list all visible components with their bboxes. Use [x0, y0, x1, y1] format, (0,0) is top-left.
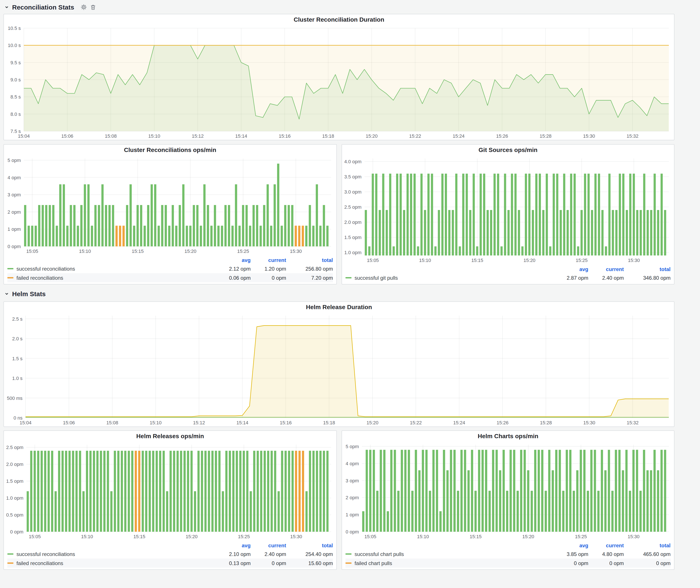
legend-row-failed-reconciliations: failed reconciliations 0.06 opm 0 opm 7.…	[7, 273, 333, 282]
svg-text:1.5 opm: 1.5 opm	[344, 235, 362, 240]
stat-avg: 0.13 opm	[217, 560, 251, 566]
legend-series-label[interactable]: successful git pulls	[345, 275, 555, 281]
stat-current: 4.80 opm	[588, 551, 624, 557]
svg-text:0 opm: 0 opm	[346, 529, 359, 535]
svg-text:15:05: 15:05	[29, 534, 41, 539]
svg-text:15:26: 15:26	[497, 420, 508, 425]
svg-text:2.0 opm: 2.0 opm	[6, 462, 24, 467]
panel-title-helm-releases-opm[interactable]: Helm Releases ops/min	[4, 431, 336, 441]
svg-text:15:15: 15:15	[132, 249, 144, 254]
svg-text:15:28: 15:28	[540, 420, 552, 425]
chart-helm-releases-opm[interactable]: 0 opm0.5 opm1.0 opm1.5 opm2.0 opm2.5 opm…	[4, 441, 336, 540]
svg-text:2.5 opm: 2.5 opm	[344, 204, 362, 210]
legend-col-avg[interactable]: avg	[217, 257, 251, 263]
chart-git-sources-opm[interactable]: 1.0 opm1.5 opm2.0 opm2.5 opm3.0 opm3.5 o…	[342, 155, 674, 264]
svg-text:15:20: 15:20	[524, 258, 535, 263]
legend-row-successful-reconciliations: successful reconciliations 2.10 opm 2.40…	[7, 549, 333, 559]
gear-icon[interactable]	[81, 4, 87, 10]
series-swatch	[345, 562, 352, 564]
stat-total: 15.60 opm	[286, 560, 333, 566]
panel-title-helm-release-duration[interactable]: Helm Release Duration	[4, 302, 674, 312]
svg-text:1.5 s: 1.5 s	[12, 356, 23, 361]
svg-text:15:10: 15:10	[81, 534, 93, 539]
svg-text:15:30: 15:30	[628, 534, 640, 539]
section-title-helm-stats[interactable]: Helm Stats	[12, 290, 46, 297]
series-swatch	[7, 277, 13, 278]
svg-text:15:26: 15:26	[496, 133, 508, 139]
chart-helm-release-duration[interactable]: 0 ns500 ms1.0 s1.5 s2.0 s2.5 s15:0415:06…	[4, 312, 674, 426]
svg-text:15:10: 15:10	[150, 420, 161, 425]
chevron-down-icon[interactable]	[4, 5, 9, 9]
legend-col-current[interactable]: current	[251, 257, 286, 263]
trash-icon[interactable]	[90, 4, 96, 10]
panel-title-cluster-reconciliations-opm[interactable]: Cluster Reconciliations ops/min	[4, 145, 336, 155]
stat-current: 1.20 opm	[251, 266, 286, 272]
legend-col-avg[interactable]: avg	[555, 266, 588, 272]
svg-text:15:10: 15:10	[79, 249, 91, 254]
svg-text:0 opm: 0 opm	[8, 244, 21, 249]
section-helm-stats: Helm Stats	[4, 288, 46, 299]
svg-text:2 opm: 2 opm	[8, 209, 21, 215]
legend-row-failed-reconciliations: failed reconciliations 0.13 opm 0 opm 15…	[7, 559, 333, 568]
stat-current: 0 opm	[251, 275, 286, 281]
svg-text:15:04: 15:04	[18, 133, 30, 139]
series-swatch	[7, 562, 13, 564]
legend-series-label[interactable]: successful reconciliations	[7, 551, 217, 557]
svg-text:15:20: 15:20	[366, 420, 378, 425]
series-name: failed reconciliations	[16, 560, 63, 566]
legend-header: avg current total	[7, 256, 333, 264]
legend-series-label[interactable]: failed chart pulls	[345, 560, 555, 566]
svg-text:15:25: 15:25	[576, 258, 588, 263]
stat-total: 346.80 opm	[624, 275, 671, 281]
svg-text:15:08: 15:08	[106, 420, 118, 425]
legend-col-current[interactable]: current	[251, 542, 286, 548]
svg-text:15:16: 15:16	[279, 133, 291, 139]
series-swatch	[345, 553, 352, 555]
panel-title-helm-charts-opm[interactable]: Helm Charts ops/min	[342, 431, 674, 441]
chevron-down-icon[interactable]	[4, 291, 9, 296]
legend-col-total[interactable]: total	[286, 257, 333, 263]
stat-total: 0 opm	[624, 560, 671, 566]
series-name: failed chart pulls	[355, 560, 392, 566]
legend-series-label[interactable]: successful reconciliations	[7, 266, 217, 272]
legend-header: avg current total	[345, 265, 671, 273]
svg-text:4 opm: 4 opm	[8, 175, 21, 180]
svg-text:10.5 s: 10.5 s	[8, 26, 21, 31]
legend-helm-releases: avg current total successful reconciliat…	[4, 540, 336, 569]
chart-cluster-reconciliation-duration[interactable]: 7.5 s8.0 s8.5 s9.0 s9.5 s10.0 s10.5 s15:…	[4, 25, 674, 140]
svg-text:15:15: 15:15	[133, 534, 145, 539]
legend-helm-charts: avg current total successful chart pulls…	[342, 540, 674, 569]
svg-text:15:05: 15:05	[367, 258, 379, 263]
svg-text:15:16: 15:16	[280, 420, 292, 425]
series-swatch	[7, 268, 13, 269]
chart-helm-charts-opm[interactable]: 0 opm1 opm2 opm3 opm4 opm5 opm15:0515:10…	[342, 441, 674, 540]
legend-series-label[interactable]: failed reconciliations	[7, 560, 217, 566]
legend-series-label[interactable]: failed reconciliations	[7, 275, 217, 281]
legend-series-label[interactable]: successful chart pulls	[345, 551, 555, 557]
panel-title-git-sources-opm[interactable]: Git Sources ops/min	[342, 145, 674, 155]
svg-text:1 opm: 1 opm	[8, 226, 21, 232]
svg-text:15:24: 15:24	[453, 133, 465, 139]
legend-col-total[interactable]: total	[286, 542, 333, 548]
series-name: successful chart pulls	[355, 551, 404, 557]
stat-current: 0 opm	[251, 560, 286, 566]
series-name: successful reconciliations	[16, 551, 75, 557]
legend-col-total[interactable]: total	[624, 542, 671, 548]
legend-col-avg[interactable]: avg	[555, 542, 588, 548]
legend-col-current[interactable]: current	[588, 542, 624, 548]
stat-avg: 2.10 opm	[217, 551, 251, 557]
panel-title-cluster-reconciliation-duration[interactable]: Cluster Reconciliation Duration	[4, 14, 674, 25]
legend-col-total[interactable]: total	[624, 266, 671, 272]
svg-text:3.5 opm: 3.5 opm	[344, 174, 362, 179]
legend-col-current[interactable]: current	[588, 266, 624, 272]
legend-col-avg[interactable]: avg	[217, 542, 251, 548]
svg-text:15:20: 15:20	[522, 534, 534, 539]
svg-text:0 opm: 0 opm	[10, 529, 23, 535]
svg-text:2 opm: 2 opm	[346, 495, 359, 500]
svg-text:15:18: 15:18	[322, 133, 334, 139]
svg-text:15:30: 15:30	[583, 133, 595, 139]
section-title-reconciliation-stats[interactable]: Reconciliation Stats	[12, 3, 74, 11]
svg-text:15:15: 15:15	[470, 534, 482, 539]
chart-cluster-reconciliations-opm[interactable]: 0 opm1 opm2 opm3 opm4 opm5 opm15:0515:10…	[4, 155, 336, 255]
series-swatch	[7, 553, 13, 555]
